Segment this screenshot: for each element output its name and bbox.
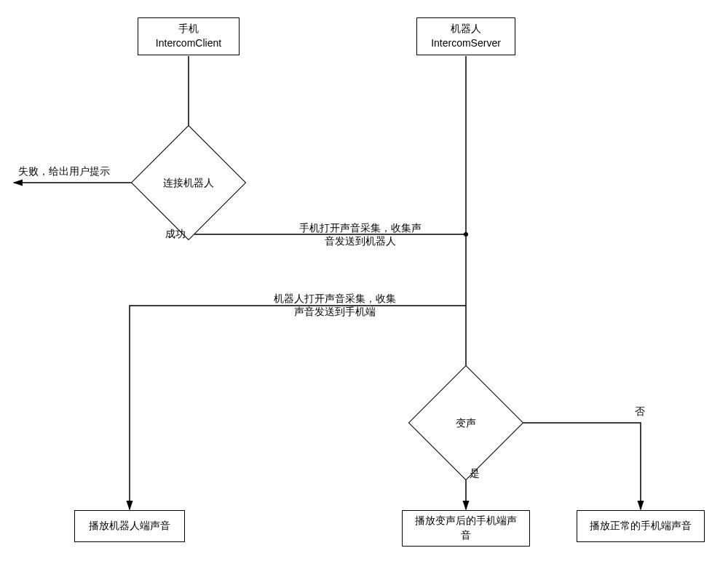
success-label: 成功 (165, 228, 186, 241)
robot-server-line1: 机器人 (451, 23, 481, 34)
play-robot-sound-box: 播放机器人端声音 (74, 510, 185, 542)
voice-change-label: 变声 (456, 416, 476, 429)
connectors (0, 0, 728, 580)
svg-point-3 (464, 232, 468, 237)
phone-client-line2: IntercomClient (156, 37, 221, 49)
voice-change-decision: 变声 (425, 382, 507, 464)
robot-server-line2: IntercomServer (431, 37, 501, 49)
play-normal-sound-box: 播放正常的手机端声音 (577, 510, 705, 542)
yes-label: 是 (470, 467, 480, 480)
phone-client-line1: 手机 (178, 23, 199, 34)
connect-robot-decision: 连接机器人 (148, 142, 229, 223)
play-robot-sound-label: 播放机器人端声音 (89, 519, 170, 533)
play-normal-sound-label: 播放正常的手机端声音 (590, 519, 692, 533)
no-label: 否 (635, 405, 645, 418)
phone-collect-label: 手机打开声音采集，收集声 音发送到机器人 (280, 222, 440, 248)
fail-hint-label: 失败，给出用户提示 (18, 165, 110, 178)
phone-client-box: 手机 IntercomClient (138, 17, 240, 55)
play-changed-sound-label: 播放变声后的手机端声 音 (415, 514, 517, 542)
play-changed-sound-box: 播放变声后的手机端声 音 (402, 510, 530, 547)
robot-server-box: 机器人 IntercomServer (416, 17, 515, 55)
connect-robot-label: 连接机器人 (163, 176, 214, 189)
robot-collect-label: 机器人打开声音采集，收集 声音发送到手机端 (251, 293, 419, 319)
